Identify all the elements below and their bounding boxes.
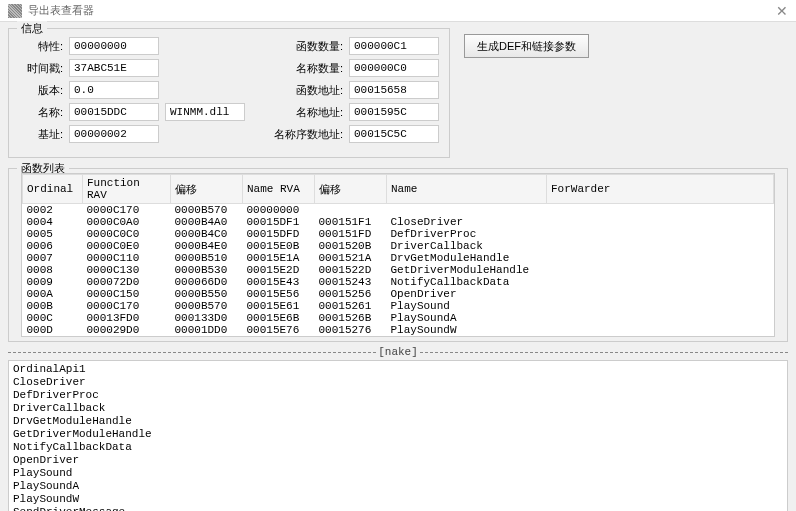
info-group-title: 信息 — [17, 21, 47, 36]
cell-nrva: 00015E76 — [243, 324, 315, 336]
cell-fw — [547, 204, 774, 217]
cell-fw — [547, 228, 774, 240]
cell-nrva: 00015E81 — [243, 336, 315, 337]
field-func-addr[interactable]: 00015658 — [349, 81, 439, 99]
cell-name: GetDriverModuleHandle — [387, 264, 547, 276]
table-row[interactable]: 00070000C1100000B51000015E1A0001521ADrvG… — [23, 252, 774, 264]
names-textarea[interactable]: OrdinalApi1 CloseDriver DefDriverProc Dr… — [8, 360, 788, 511]
field-chars[interactable]: 00000000 — [69, 37, 159, 55]
field-name-count[interactable]: 000000C0 — [349, 59, 439, 77]
cell-off: 0000B580 — [171, 336, 243, 337]
cell-off2: 00015261 — [315, 300, 387, 312]
cell-off2: 00015256 — [315, 288, 387, 300]
field-time[interactable]: 37ABC51E — [69, 59, 159, 77]
label-name-ord-addr: 名称序数地址: — [257, 127, 343, 142]
gen-def-button[interactable]: 生成DEF和链接参数 — [464, 34, 589, 58]
cell-nrva: 00015E61 — [243, 300, 315, 312]
func-list-group: 函数列表 Ordinal Function RAV 偏移 Name RVA 偏移… — [8, 168, 788, 342]
cell-ord: 000E — [23, 336, 83, 337]
cell-nrva: 00000000 — [243, 204, 315, 217]
th-ordinal[interactable]: Ordinal — [23, 175, 83, 204]
cell-rav: 0000C150 — [83, 288, 171, 300]
table-header-row: Ordinal Function RAV 偏移 Name RVA 偏移 Name… — [23, 175, 774, 204]
cell-ord: 0005 — [23, 228, 83, 240]
table-row[interactable]: 00050000C0C00000B4C000015DFD000151FDDefD… — [23, 228, 774, 240]
th-off[interactable]: 偏移 — [171, 175, 243, 204]
separator-line-right — [420, 352, 788, 353]
th-fw[interactable]: ForWarder — [547, 175, 774, 204]
cell-nrva: 00015DFD — [243, 228, 315, 240]
cell-off: 0000B550 — [171, 288, 243, 300]
table-row[interactable]: 000A0000C1500000B55000015E5600015256Open… — [23, 288, 774, 300]
cell-off: 00001DD0 — [171, 324, 243, 336]
cell-name: DefDriverProc — [387, 228, 547, 240]
th-nrva[interactable]: Name RVA — [243, 175, 315, 204]
window-title: 导出表查看器 — [28, 3, 776, 18]
cell-name: SendDriverMessage — [387, 336, 547, 337]
field-name[interactable]: 00015DDC — [69, 103, 159, 121]
cell-nrva: 00015E43 — [243, 276, 315, 288]
table-row[interactable]: 000B0000C1700000B57000015E6100015261Play… — [23, 300, 774, 312]
label-base: 基址: — [19, 127, 63, 142]
table-row[interactable]: 00040000C0A00000B4A000015DF1000151F1Clos… — [23, 216, 774, 228]
cell-off2: 0001522D — [315, 264, 387, 276]
label-time: 时间戳: — [19, 61, 63, 76]
cell-name: DrvGetModuleHandle — [387, 252, 547, 264]
cell-nrva: 00015DF1 — [243, 216, 315, 228]
cell-off: 0000B570 — [171, 300, 243, 312]
table-row[interactable]: 000C00013FD0000133D000015E6B0001526BPlay… — [23, 312, 774, 324]
cell-ord: 000A — [23, 288, 83, 300]
table-row[interactable]: 000E0000C1800000B58000015E8100015281Send… — [23, 336, 774, 337]
cell-rav: 0000C0A0 — [83, 216, 171, 228]
cell-name: DriverCallback — [387, 240, 547, 252]
app-icon — [8, 4, 22, 18]
cell-fw — [547, 216, 774, 228]
cell-name — [387, 204, 547, 217]
cell-off2: 00015281 — [315, 336, 387, 337]
field-version[interactable]: 0.0 — [69, 81, 159, 99]
table-row[interactable]: 00060000C0E00000B4E000015E0B0001520BDriv… — [23, 240, 774, 252]
info-group: 信息 特性: 00000000 时间戳: 37ABC51E 版本: 0.0 名称… — [8, 28, 450, 158]
cell-off2: 00015276 — [315, 324, 387, 336]
table-row[interactable]: 000D000029D000001DD000015E7600015276Play… — [23, 324, 774, 336]
close-icon[interactable]: ✕ — [776, 3, 788, 19]
cell-off2: 000151F1 — [315, 216, 387, 228]
cell-fw — [547, 312, 774, 324]
cell-ord: 000D — [23, 324, 83, 336]
cell-fw — [547, 276, 774, 288]
table-row[interactable]: 00080000C1300000B53000015E2D0001522DGetD… — [23, 264, 774, 276]
cell-fw — [547, 252, 774, 264]
cell-off2: 0001521A — [315, 252, 387, 264]
cell-rav: 0000C180 — [83, 336, 171, 337]
cell-ord: 0007 — [23, 252, 83, 264]
cell-rav: 0000C170 — [83, 204, 171, 217]
label-name-count: 名称数量: — [257, 61, 343, 76]
field-base[interactable]: 00000002 — [69, 125, 159, 143]
field-name-addr[interactable]: 0001595C — [349, 103, 439, 121]
cell-off: 0000B530 — [171, 264, 243, 276]
th-name[interactable]: Name — [387, 175, 547, 204]
cell-off: 000066D0 — [171, 276, 243, 288]
th-rav[interactable]: Function RAV — [83, 175, 171, 204]
th-off2[interactable]: 偏移 — [315, 175, 387, 204]
cell-rav: 0000C170 — [83, 300, 171, 312]
function-table-wrap[interactable]: Ordinal Function RAV 偏移 Name RVA 偏移 Name… — [21, 173, 775, 337]
label-chars: 特性: — [19, 39, 63, 54]
separator-label: [nake] — [376, 346, 420, 358]
cell-nrva: 00015E1A — [243, 252, 315, 264]
field-name-ord-addr[interactable]: 00015C5C — [349, 125, 439, 143]
cell-off2: 00015243 — [315, 276, 387, 288]
field-func-count[interactable]: 000000C1 — [349, 37, 439, 55]
cell-name: CloseDriver — [387, 216, 547, 228]
label-name-addr: 名称地址: — [257, 105, 343, 120]
cell-nrva: 00015E0B — [243, 240, 315, 252]
cell-rav: 00013FD0 — [83, 312, 171, 324]
cell-name: OpenDriver — [387, 288, 547, 300]
cell-rav: 000072D0 — [83, 276, 171, 288]
table-row[interactable]: 00020000C1700000B57000000000 — [23, 204, 774, 217]
table-row[interactable]: 0009000072D0000066D000015E4300015243Noti… — [23, 276, 774, 288]
cell-off2: 0001526B — [315, 312, 387, 324]
cell-nrva: 00015E2D — [243, 264, 315, 276]
cell-ord: 0008 — [23, 264, 83, 276]
field-name-dll[interactable]: WINMM.dll — [165, 103, 245, 121]
